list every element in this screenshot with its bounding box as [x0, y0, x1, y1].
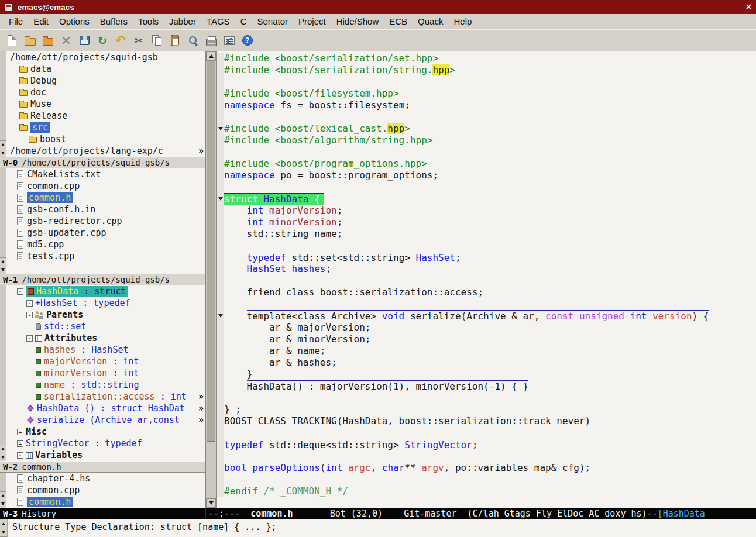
scroll-up-button[interactable]	[0, 257, 6, 266]
code-line[interactable]: int majorVersion;	[217, 205, 756, 216]
method-item[interactable]: name : std::string	[15, 379, 205, 391]
scrollbar-track[interactable]	[207, 61, 215, 498]
code-line[interactable]: #include <boost/serialization/string.hpp…	[217, 64, 756, 76]
code-line[interactable]	[217, 450, 756, 462]
menu-item-hide-show[interactable]: Hide/Show	[331, 15, 384, 27]
minibuffer-scrollbar[interactable]	[0, 519, 8, 537]
revert-button[interactable]	[94, 31, 111, 50]
code-line[interactable]	[217, 146, 756, 158]
source-item[interactable]: common.h	[15, 192, 205, 204]
directory-item[interactable]: boost	[8, 133, 205, 145]
code-line[interactable]: ar & majorVersion;	[217, 322, 756, 333]
scroll-down-button[interactable]	[206, 498, 216, 508]
code-line[interactable]	[217, 275, 756, 287]
code-line[interactable]: } ;	[217, 404, 756, 415]
menu-item-tools[interactable]: Tools	[133, 15, 164, 27]
expand-toggle[interactable]: -	[17, 288, 23, 295]
code-line[interactable]	[217, 298, 756, 310]
editor-scrollbar[interactable]	[206, 51, 217, 508]
methods-scrollbar[interactable]	[0, 285, 6, 461]
code-line[interactable]: HashSet hashes;	[217, 263, 756, 275]
title-bar[interactable]: emacs@emacs ×	[0, 0, 756, 14]
source-item[interactable]: CMakeLists.txt	[15, 168, 205, 180]
save-button[interactable]	[76, 31, 92, 50]
close-button[interactable]: ×	[740, 1, 751, 13]
method-item[interactable]: majorVersion : int	[15, 356, 205, 367]
scroll-up-button[interactable]	[0, 491, 6, 500]
expand-toggle[interactable]: +	[17, 429, 23, 435]
code-line[interactable]: #include <boost/serialization/set.hpp>	[217, 53, 756, 64]
menu-item-tags[interactable]: TAGS	[201, 15, 235, 27]
menu-item-senator[interactable]: Senator	[252, 15, 293, 27]
code-line[interactable]: template<class Archive> void serialize(A…	[217, 310, 756, 322]
scroll-down-button[interactable]	[0, 528, 7, 537]
scrollbar-track[interactable]	[0, 473, 6, 491]
expand-toggle[interactable]: -	[17, 452, 23, 459]
code-line[interactable]	[217, 181, 756, 193]
method-item[interactable]: serialize (Archive ar,const »	[15, 414, 205, 426]
menu-item-project[interactable]: Project	[293, 15, 331, 27]
scroll-down-button[interactable]	[0, 266, 6, 274]
code-line[interactable]: bool parseOptions(int argc, char** argv,…	[217, 462, 756, 474]
code-line[interactable]: #endif /* _COMMON_H */	[217, 486, 756, 497]
code-line[interactable]	[217, 76, 756, 88]
method-item[interactable]: serialization::access : int»	[15, 391, 205, 402]
method-item[interactable]: +StringVector : typedef	[15, 438, 205, 449]
code-line[interactable]: typedef std::deque<std::string> StringVe…	[217, 439, 756, 450]
code-line[interactable]: HashData() : majorVersion(1), minorVersi…	[217, 380, 756, 392]
scroll-down-button[interactable]	[0, 149, 6, 157]
undo-button[interactable]	[112, 31, 129, 50]
help-button[interactable]	[239, 31, 256, 50]
expand-toggle[interactable]: +	[17, 440, 23, 447]
sources-scrollbar[interactable]	[0, 168, 6, 274]
code-line[interactable]: friend class boost::serialization::acces…	[217, 287, 756, 298]
code-line[interactable]	[217, 240, 756, 252]
code-line[interactable]: ar & hashes;	[217, 357, 756, 369]
scrollbar-track[interactable]	[0, 51, 6, 140]
cut-button[interactable]	[130, 31, 147, 50]
method-item[interactable]: -Variables	[15, 449, 205, 461]
scroll-up-button[interactable]	[0, 445, 6, 453]
source-item[interactable]: md5.cpp	[15, 239, 205, 250]
directory-item[interactable]: doc	[8, 87, 205, 98]
paste-button[interactable]	[167, 31, 183, 50]
scrollbar-track[interactable]	[0, 168, 6, 257]
method-item[interactable]: -+HashSet : typedef	[15, 297, 205, 309]
code-line[interactable]	[217, 427, 756, 439]
source-item[interactable]: gsb-updater.cpp	[15, 227, 205, 239]
copy-button[interactable]	[149, 31, 165, 50]
code-line[interactable]	[217, 474, 756, 486]
method-item[interactable]: -Parents	[15, 309, 205, 321]
open-folder-button[interactable]	[22, 31, 38, 50]
code-line[interactable]: #include <boost/lexical_cast.hpp>	[217, 123, 756, 135]
history-item[interactable]: common.h	[15, 496, 205, 508]
method-item[interactable]: std::set	[15, 321, 205, 332]
scrollbar-thumb[interactable]	[207, 61, 215, 442]
source-item[interactable]: common.cpp	[15, 180, 205, 192]
directory-item[interactable]: Muse	[8, 98, 205, 110]
code-line[interactable]	[217, 111, 756, 123]
expand-toggle[interactable]: -	[26, 335, 33, 342]
history-scrollbar[interactable]	[0, 473, 6, 508]
scroll-up-button[interactable]	[0, 140, 6, 149]
code-line[interactable]: #include <boost/program_options.hpp>	[217, 158, 756, 170]
expand-toggle[interactable]: -	[26, 300, 33, 307]
search-button[interactable]	[185, 31, 201, 50]
print-button[interactable]	[203, 31, 219, 50]
expand-toggle[interactable]: -	[26, 312, 33, 318]
code-line[interactable]: ar & minorVersion;	[217, 333, 756, 345]
code-line[interactable]: BOOST_CLASS_TRACKING(HashData, boost::se…	[217, 415, 756, 427]
editor-window[interactable]: #include <boost/serialization/set.hpp>#i…	[217, 51, 756, 508]
menu-item-buffers[interactable]: Buffers	[95, 15, 133, 27]
menu-item-jabber[interactable]: Jabber	[164, 15, 201, 27]
history-item[interactable]: common.cpp	[15, 484, 205, 496]
method-item[interactable]: HashData () : struct HashDat»	[15, 402, 205, 414]
code-line[interactable]: namespace fs = boost::filesystem;	[217, 99, 756, 111]
code-line[interactable]: typedef std::set<std::string> HashSet;	[217, 252, 756, 263]
method-item[interactable]: hashes : HashSet	[15, 344, 205, 356]
directory-item[interactable]: Release	[8, 110, 205, 122]
preferences-button[interactable]	[221, 31, 238, 50]
code-line[interactable]: std::string name;	[217, 228, 756, 240]
source-item[interactable]: gsb-conf.h.in	[15, 204, 205, 215]
dired-folder-button[interactable]	[40, 31, 56, 50]
